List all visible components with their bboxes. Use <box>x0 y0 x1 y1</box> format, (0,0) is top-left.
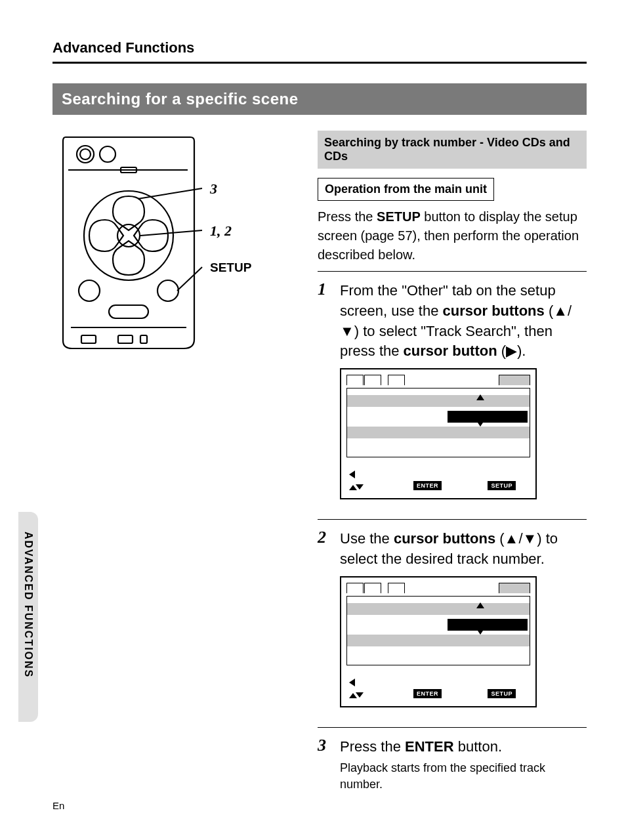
svg-point-7 <box>79 280 100 301</box>
subheading-2: Operation from the main unit <box>318 178 494 201</box>
step-1-text: From the "Other" tab on the setup screen… <box>340 281 587 362</box>
step-1-number: 1 <box>318 281 333 362</box>
svg-point-1 <box>80 149 91 159</box>
side-tab-label: ADVANCED FUNCTIONS <box>22 532 34 678</box>
svg-line-15 <box>140 230 202 236</box>
setup-screen-diagram-2: ENTER SETUP <box>340 576 537 707</box>
svg-point-8 <box>157 280 178 301</box>
step-2-number: 2 <box>318 529 333 570</box>
svg-line-14 <box>138 188 202 199</box>
svg-point-2 <box>100 146 115 162</box>
chip-setup: SETUP <box>488 481 516 490</box>
chip-enter: ENTER <box>413 481 442 490</box>
title-bar: Searching for a specific scene <box>52 83 587 115</box>
step-3-subtext: Playback starts from the specified track… <box>340 760 587 793</box>
step-2-text: Use the cursor buttons (▲/▼) to select t… <box>340 529 587 570</box>
callout-1-2: 1, 2 <box>210 222 232 240</box>
svg-point-5 <box>84 191 173 280</box>
chip-setup-2: SETUP <box>488 689 516 698</box>
intro-part-a: Press the <box>318 209 377 224</box>
remote-illustration <box>52 131 210 354</box>
svg-point-6 <box>117 224 140 247</box>
footer-language: En <box>52 800 64 811</box>
step-1-group: 1 From the "Other" tab on the setup scre… <box>318 281 587 520</box>
step-3-number: 3 <box>318 737 333 793</box>
svg-rect-9 <box>109 305 148 318</box>
svg-rect-13 <box>140 335 147 343</box>
setup-screen-diagram-1: ENTER SETUP <box>340 368 537 499</box>
callout-setup: SETUP <box>210 261 251 275</box>
callout-3: 3 <box>210 180 217 198</box>
intro-setup-word: SETUP <box>377 209 421 224</box>
subheading-1: Searching by track number - Video CDs an… <box>318 131 587 169</box>
step-3-text: Press the ENTER button. <box>340 737 587 757</box>
step-3-group: 3 Press the ENTER button. Playback start… <box>318 737 587 807</box>
instructions-column: Searching by track number - Video CDs an… <box>318 131 587 816</box>
remote-diagram-column: 3 1, 2 SETUP <box>52 131 302 816</box>
step-2-group: 2 Use the cursor buttons (▲/▼) to select… <box>318 529 587 728</box>
chip-enter-2: ENTER <box>413 689 442 698</box>
svg-rect-11 <box>81 335 96 343</box>
intro-text: Press the SETUP button to display the se… <box>318 207 587 272</box>
svg-line-16 <box>177 267 202 291</box>
section-header: Advanced Functions <box>52 39 587 64</box>
svg-rect-12 <box>118 335 133 343</box>
